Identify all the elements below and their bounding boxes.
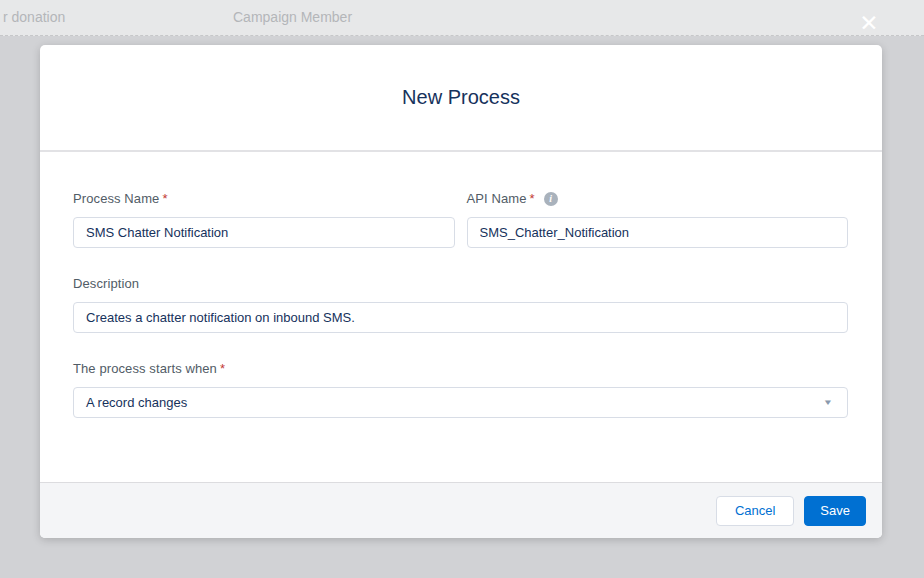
modal-footer: Cancel Save (40, 482, 882, 538)
chevron-down-icon: ▼ (823, 398, 833, 407)
required-marker: * (162, 191, 167, 206)
starts-when-label: The process starts when* (73, 361, 848, 376)
description-field-group: Description (73, 276, 848, 333)
save-button[interactable]: Save (804, 496, 866, 526)
starts-when-dropdown[interactable]: A record changes ▼ (73, 387, 848, 418)
process-name-label: Process Name* (73, 191, 455, 206)
close-icon[interactable]: ✕ (854, 8, 884, 38)
api-name-label: API Name* i (467, 191, 849, 206)
description-input[interactable] (73, 302, 848, 333)
process-name-field-group: Process Name* (73, 191, 455, 248)
background-toolbar: r donation Campaign Member (0, 0, 924, 36)
required-marker: * (220, 361, 225, 376)
background-object-label: r donation (3, 9, 65, 25)
modal-title: New Process (402, 86, 520, 109)
starts-when-selected-value: A record changes (86, 395, 187, 410)
api-name-input[interactable] (467, 217, 849, 248)
background-object-label: Campaign Member (233, 9, 352, 25)
new-process-modal: New Process Process Name* API Name* i (40, 45, 882, 538)
starts-when-field-group: The process starts when* A record change… (73, 361, 848, 418)
required-marker: * (530, 191, 535, 206)
api-name-field-group: API Name* i (467, 191, 849, 248)
info-icon[interactable]: i (544, 192, 558, 206)
process-name-input[interactable] (73, 217, 455, 248)
description-label: Description (73, 276, 848, 291)
cancel-button[interactable]: Cancel (716, 496, 794, 526)
modal-body: Process Name* API Name* i Description (40, 152, 882, 482)
modal-header: New Process (40, 45, 882, 152)
